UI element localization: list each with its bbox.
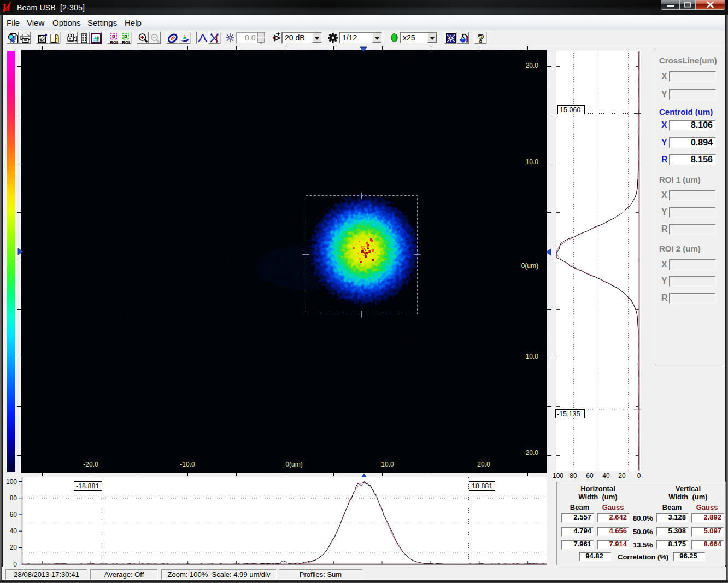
svg-text:80: 80 — [570, 472, 577, 480]
svg-text:-20.0: -20.0 — [83, 460, 98, 468]
svg-text:0(um): 0(um) — [285, 460, 302, 468]
svg-text:100: 100 — [6, 478, 17, 486]
svg-text:40: 40 — [10, 527, 17, 535]
svg-text:10.0: 10.0 — [381, 460, 394, 468]
svg-text:0(um): 0(um) — [521, 262, 538, 270]
svg-text:ROI: ROI — [122, 40, 130, 44]
svg-text:40: 40 — [602, 472, 610, 480]
svg-text:10.0: 10.0 — [526, 158, 539, 166]
svg-text:-15.135: -15.135 — [557, 410, 580, 418]
svg-text:20: 20 — [10, 544, 17, 551]
svg-text:ROI: ROI — [110, 40, 118, 44]
svg-text:60: 60 — [586, 472, 594, 480]
svg-text:?: ? — [478, 33, 484, 44]
svg-text:-10.0: -10.0 — [524, 353, 539, 360]
svg-text:15.060: 15.060 — [560, 106, 580, 114]
svg-text:μ: μ — [2, 1, 10, 12]
svg-text:-20.0: -20.0 — [524, 449, 539, 457]
svg-text:60: 60 — [10, 511, 17, 518]
svg-text:-10.0: -10.0 — [180, 460, 195, 468]
svg-text:-18.881: -18.881 — [76, 482, 99, 490]
svg-text:18.881: 18.881 — [472, 482, 492, 490]
svg-text:100: 100 — [553, 472, 563, 480]
svg-text:20.0: 20.0 — [526, 62, 539, 69]
svg-text:20: 20 — [618, 472, 626, 480]
svg-text:0: 0 — [637, 472, 641, 480]
svg-text:80: 80 — [10, 494, 17, 502]
svg-text:20.0: 20.0 — [477, 460, 490, 468]
